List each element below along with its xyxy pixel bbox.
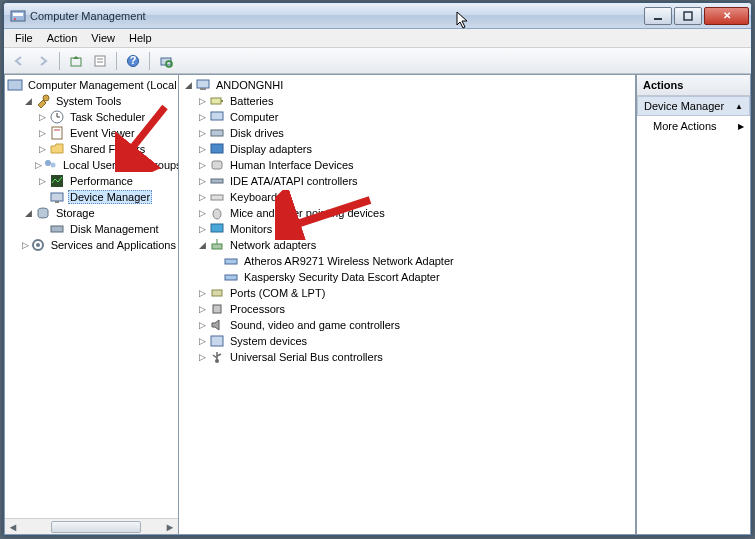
tree-performance[interactable]: ▷Performance bbox=[5, 173, 178, 189]
svg-point-14 bbox=[43, 95, 49, 101]
minimize-button[interactable] bbox=[644, 7, 672, 25]
left-tree[interactable]: Computer Management (Local ◢System Tools… bbox=[5, 75, 178, 518]
computer-icon bbox=[195, 77, 211, 93]
battery-icon bbox=[209, 93, 225, 109]
expander-icon[interactable]: ▷ bbox=[195, 320, 209, 330]
device-disk-drives[interactable]: ▷Disk drives bbox=[179, 125, 635, 141]
expander-icon[interactable]: ▷ bbox=[195, 144, 209, 154]
expander-icon[interactable]: ◢ bbox=[195, 240, 209, 250]
up-button[interactable] bbox=[65, 50, 87, 72]
mmc-icon bbox=[7, 77, 23, 93]
expander-icon[interactable]: ▷ bbox=[195, 208, 209, 218]
device-kaspersky-adapter[interactable]: Kaspersky Security Data Escort Adapter bbox=[179, 269, 635, 285]
scan-button[interactable] bbox=[155, 50, 177, 72]
svg-text:?: ? bbox=[130, 54, 137, 66]
expander-icon[interactable]: ◢ bbox=[21, 96, 35, 106]
device-hid[interactable]: ▷Human Interface Devices bbox=[179, 157, 635, 173]
menu-help[interactable]: Help bbox=[122, 30, 159, 46]
expander-icon[interactable]: ▷ bbox=[35, 144, 49, 154]
submenu-icon: ▶ bbox=[738, 122, 744, 131]
expander-icon[interactable]: ▷ bbox=[195, 112, 209, 122]
actions-group-label: Device Manager bbox=[644, 100, 724, 112]
tree-event-viewer[interactable]: ▷Event Viewer bbox=[5, 125, 178, 141]
svg-rect-45 bbox=[212, 290, 222, 296]
window-buttons: ✕ bbox=[642, 7, 749, 25]
tree-services-apps[interactable]: ▷Services and Applications bbox=[5, 237, 178, 253]
expander-icon[interactable]: ▷ bbox=[195, 96, 209, 106]
expander-icon[interactable]: ▷ bbox=[35, 160, 42, 170]
expander-icon[interactable]: ◢ bbox=[181, 80, 195, 90]
device-usb[interactable]: ▷Universal Serial Bus controllers bbox=[179, 349, 635, 365]
actions-header: Actions bbox=[637, 75, 750, 96]
device-mice[interactable]: ▷Mice and other pointing devices bbox=[179, 205, 635, 221]
tree-storage[interactable]: ◢Storage bbox=[5, 205, 178, 221]
close-button[interactable]: ✕ bbox=[704, 7, 749, 25]
svg-rect-13 bbox=[8, 80, 22, 90]
device-display-adapters[interactable]: ▷Display adapters bbox=[179, 141, 635, 157]
svg-rect-18 bbox=[52, 127, 62, 139]
device-monitors[interactable]: ▷Monitors bbox=[179, 221, 635, 237]
device-tree[interactable]: ◢ANDONGNHI ▷Batteries ▷Computer ▷Disk dr… bbox=[179, 75, 635, 534]
titlebar[interactable]: Computer Management ✕ bbox=[4, 3, 751, 29]
svg-rect-4 bbox=[684, 12, 692, 20]
expander-icon[interactable]: ▷ bbox=[195, 336, 209, 346]
device-ports[interactable]: ▷Ports (COM & LPT) bbox=[179, 285, 635, 301]
menu-action[interactable]: Action bbox=[40, 30, 85, 46]
expander-icon[interactable]: ▷ bbox=[195, 128, 209, 138]
svg-point-39 bbox=[213, 209, 221, 219]
perf-icon bbox=[49, 173, 65, 189]
expander-icon[interactable]: ▷ bbox=[195, 304, 209, 314]
device-atheros-adapter[interactable]: Atheros AR9271 Wireless Network Adapter bbox=[179, 253, 635, 269]
forward-button bbox=[32, 50, 54, 72]
expander-icon[interactable]: ◢ bbox=[21, 208, 35, 218]
device-root[interactable]: ◢ANDONGNHI bbox=[179, 77, 635, 93]
scroll-thumb[interactable] bbox=[51, 521, 141, 533]
horizontal-scrollbar[interactable]: ◄ ► bbox=[5, 518, 178, 534]
device-processors[interactable]: ▷Processors bbox=[179, 301, 635, 317]
help-button[interactable]: ? bbox=[122, 50, 144, 72]
svg-rect-36 bbox=[212, 161, 222, 169]
expander-icon[interactable]: ▷ bbox=[35, 176, 49, 186]
scroll-left-arrow[interactable]: ◄ bbox=[5, 520, 21, 534]
expander-icon[interactable]: ▷ bbox=[195, 352, 209, 362]
device-keyboards[interactable]: ▷Keyboards bbox=[179, 189, 635, 205]
svg-rect-6 bbox=[95, 56, 105, 66]
properties-button[interactable] bbox=[89, 50, 111, 72]
maximize-button[interactable] bbox=[674, 7, 702, 25]
tree-shared-folders[interactable]: ▷Shared Folders bbox=[5, 141, 178, 157]
tree-disk-management[interactable]: Disk Management bbox=[5, 221, 178, 237]
svg-rect-40 bbox=[211, 224, 223, 232]
device-ide[interactable]: ▷IDE ATA/ATAPI controllers bbox=[179, 173, 635, 189]
menu-view[interactable]: View bbox=[84, 30, 122, 46]
tree-task-scheduler[interactable]: ▷Task Scheduler bbox=[5, 109, 178, 125]
adapter-icon bbox=[223, 269, 239, 285]
actions-more-label: More Actions bbox=[653, 120, 717, 132]
expander-icon[interactable]: ▷ bbox=[195, 288, 209, 298]
cpu-icon bbox=[209, 301, 225, 317]
tree-device-manager[interactable]: Device Manager bbox=[5, 189, 178, 205]
svg-rect-23 bbox=[51, 193, 63, 201]
actions-group[interactable]: Device Manager ▲ bbox=[637, 96, 750, 116]
expander-icon[interactable]: ▷ bbox=[195, 160, 209, 170]
tree-local-users[interactable]: ▷Local Users and Groups bbox=[5, 157, 178, 173]
menubar: File Action View Help bbox=[4, 29, 751, 48]
device-batteries[interactable]: ▷Batteries bbox=[179, 93, 635, 109]
expander-icon[interactable]: ▷ bbox=[35, 112, 49, 122]
expander-icon[interactable]: ▷ bbox=[35, 128, 49, 138]
expander-icon[interactable]: ▷ bbox=[195, 192, 209, 202]
svg-rect-1 bbox=[13, 13, 23, 16]
device-sound[interactable]: ▷Sound, video and game controllers bbox=[179, 317, 635, 333]
expander-icon[interactable]: ▷ bbox=[195, 224, 209, 234]
tree-system-tools[interactable]: ◢System Tools bbox=[5, 93, 178, 109]
expander-icon[interactable]: ▷ bbox=[195, 176, 209, 186]
window-title: Computer Management bbox=[30, 10, 146, 22]
actions-more[interactable]: More Actions ▶ bbox=[637, 116, 750, 136]
menu-file[interactable]: File bbox=[8, 30, 40, 46]
device-computer[interactable]: ▷Computer bbox=[179, 109, 635, 125]
scroll-right-arrow[interactable]: ► bbox=[162, 520, 178, 534]
tree-root[interactable]: Computer Management (Local bbox=[5, 77, 178, 93]
expander-icon[interactable]: ▷ bbox=[21, 240, 30, 250]
device-system-devices[interactable]: ▷System devices bbox=[179, 333, 635, 349]
device-network-adapters[interactable]: ◢Network adapters bbox=[179, 237, 635, 253]
svg-rect-29 bbox=[197, 80, 209, 88]
